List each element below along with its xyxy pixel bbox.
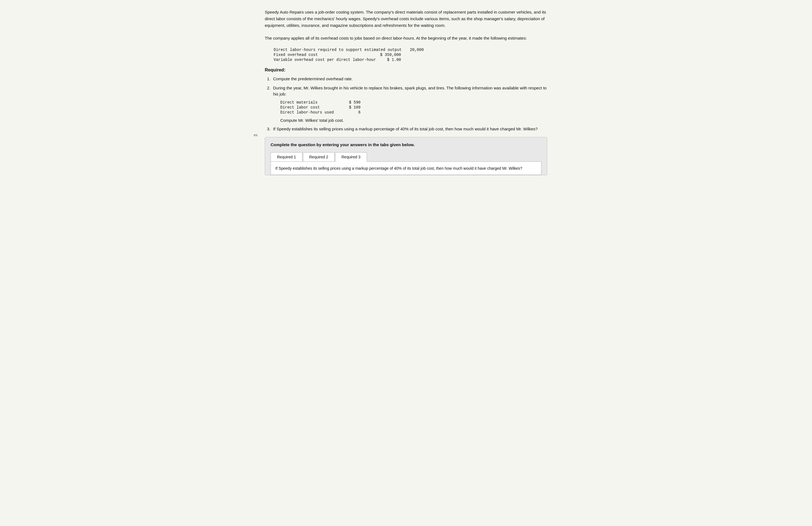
estimate-row-2: Variable overhead cost per direct labor-…	[274, 58, 547, 62]
job-value-2: 6	[344, 110, 361, 115]
required-heading: Required:	[265, 68, 547, 73]
estimate-row-1: Fixed overhead cost $ 350,000	[274, 53, 547, 57]
es-marker: es	[254, 133, 258, 137]
job-details-table: Direct materials $ 590 Direct labor cost…	[280, 100, 547, 115]
job-label-0: Direct materials	[280, 100, 344, 105]
requirements-list: 1. Compute the predetermined overhead ra…	[267, 76, 547, 132]
job-label-1: Direct labor cost	[280, 105, 344, 109]
job-label-2: Direct labor-hours used	[280, 110, 344, 115]
req-num-1: 1.	[267, 76, 273, 82]
estimate-value-0: 20,000	[402, 48, 424, 52]
job-row-0: Direct materials $ 590	[280, 100, 547, 105]
estimate-label-2: Variable overhead cost per direct labor-…	[274, 58, 379, 62]
intro-paragraph2: The company applies all of its overhead …	[265, 35, 547, 42]
req-num-2: 2.	[267, 85, 273, 91]
estimate-label-0: Direct labor-hours required to support e…	[274, 48, 402, 52]
tab-required-3[interactable]: Required 3	[335, 152, 367, 162]
tab-content-text: If Speedy establishes its selling prices…	[275, 166, 522, 171]
tabs-row: Required 1 Required 2 Required 3	[271, 152, 541, 162]
intro-paragraph1: Speedy Auto Repairs uses a job-order cos…	[265, 9, 547, 29]
requirement-3: 3. If Speedy establishes its selling pri…	[267, 126, 547, 132]
estimates-table: Direct labor-hours required to support e…	[274, 48, 547, 62]
compute-wilkes-line: Compute Mr. Wilkes' total job cost.	[280, 118, 547, 123]
req-text-1: Compute the predetermined overhead rate.	[273, 76, 547, 82]
estimate-label-1: Fixed overhead cost	[274, 53, 379, 57]
complete-box: Complete the question by entering your a…	[265, 137, 547, 175]
req-text-2: During the year, Mr. Wilkes brought in h…	[273, 85, 547, 98]
job-value-1: $ 109	[344, 105, 361, 109]
requirement-2: 2. During the year, Mr. Wilkes brought i…	[267, 85, 547, 98]
job-row-2: Direct labor-hours used 6	[280, 110, 547, 115]
req-num-3: 3.	[267, 126, 273, 132]
job-value-0: $ 590	[344, 100, 361, 105]
tab-content-area: If Speedy establishes its selling prices…	[271, 162, 541, 175]
job-row-1: Direct labor cost $ 109	[280, 105, 547, 109]
tab-required-2[interactable]: Required 2	[303, 152, 335, 161]
estimate-value-1: $ 350,000	[379, 53, 401, 57]
estimate-value-2: $ 1.00	[379, 58, 401, 62]
complete-instruction: Complete the question by entering your a…	[271, 142, 541, 147]
requirement-1: 1. Compute the predetermined overhead ra…	[267, 76, 547, 82]
tab-required-1[interactable]: Required 1	[271, 152, 302, 161]
req-text-3: If Speedy establishes its selling prices…	[273, 126, 547, 132]
estimate-row-0: Direct labor-hours required to support e…	[274, 48, 547, 52]
